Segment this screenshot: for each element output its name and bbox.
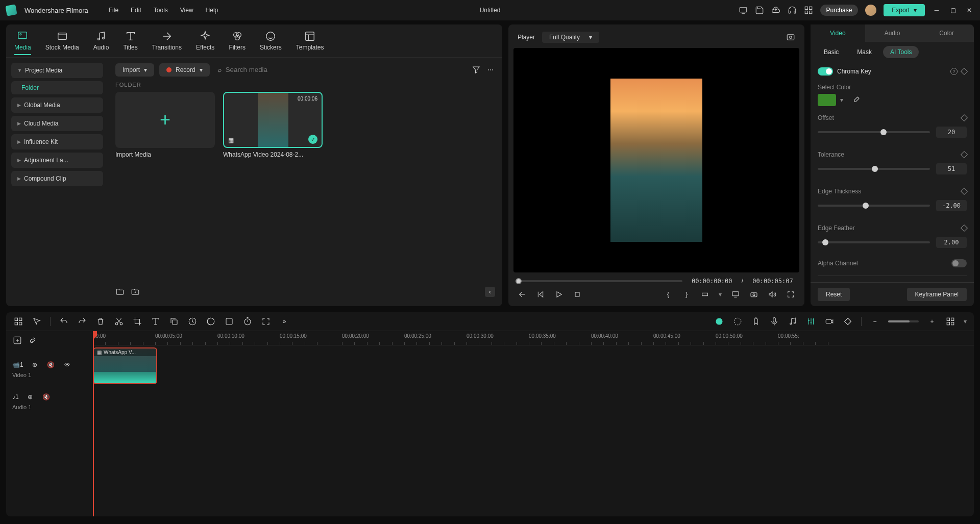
maximize-button[interactable]: ▢ — [948, 6, 958, 15]
sidebar-global-media[interactable]: ▶Global Media — [11, 97, 103, 113]
offset-value[interactable]: 20 — [936, 127, 967, 138]
purchase-button[interactable]: Purchase — [820, 5, 859, 16]
keyframe-diamond[interactable] — [961, 68, 968, 75]
layout-icon[interactable] — [945, 316, 955, 327]
timeline-grid-icon[interactable] — [13, 316, 23, 327]
color-icon[interactable] — [206, 316, 216, 327]
timer-icon[interactable] — [242, 316, 253, 327]
subtab-ai-tools[interactable]: AI Tools — [883, 46, 919, 58]
chroma-key-toggle[interactable] — [818, 67, 833, 76]
visible-icon[interactable]: 👁 — [62, 360, 72, 370]
seek-slider[interactable] — [516, 280, 682, 282]
menu-view[interactable]: View — [180, 7, 193, 14]
microphone-icon[interactable] — [769, 316, 779, 327]
device-icon[interactable] — [739, 6, 748, 15]
menu-edit[interactable]: Edit — [131, 7, 141, 14]
player-viewport[interactable] — [513, 48, 799, 272]
sidebar-project-media[interactable]: ▼Project Media — [11, 63, 103, 78]
subtab-basic[interactable]: Basic — [817, 46, 846, 58]
tab-stock-media[interactable]: Stock Media — [45, 31, 79, 55]
apps-icon[interactable] — [804, 6, 813, 15]
ratio-icon[interactable] — [700, 290, 709, 299]
mute-icon[interactable]: 🔇 — [41, 392, 52, 402]
delete-icon[interactable] — [95, 316, 106, 327]
sidebar-compound-clip[interactable]: ▶Compound Clip — [11, 171, 103, 186]
render-icon[interactable] — [732, 316, 743, 327]
collapse-sidebar-button[interactable]: ‹ — [485, 287, 495, 297]
zoom-in-icon[interactable]: + — [927, 316, 937, 327]
cloud-icon[interactable] — [771, 6, 780, 15]
keyframe-diamond[interactable] — [961, 224, 968, 232]
undo-icon[interactable] — [59, 316, 69, 327]
quality-dropdown[interactable]: Full Quality▾ — [542, 32, 599, 43]
folder-icon[interactable] — [115, 287, 125, 296]
tab-templates[interactable]: Templates — [296, 31, 324, 55]
add-track-icon[interactable] — [12, 335, 22, 345]
tab-stickers[interactable]: Stickers — [260, 31, 282, 55]
tolerance-slider[interactable] — [818, 168, 930, 170]
tolerance-value[interactable]: 51 — [936, 163, 967, 174]
record-dropdown[interactable]: Record▾ — [159, 63, 210, 77]
tab-effects[interactable]: Effects — [196, 31, 214, 55]
marker-icon[interactable] — [751, 316, 761, 327]
subtab-mask[interactable]: Mask — [850, 46, 879, 58]
menu-tools[interactable]: Tools — [154, 7, 168, 14]
user-avatar[interactable] — [865, 5, 876, 16]
media-clip-tile[interactable]: 00:00:06 ▦ ✓ WhatsApp Video 2024-08-2... — [223, 92, 323, 158]
tab-titles[interactable]: Titles — [123, 31, 137, 55]
mute-icon[interactable]: 🔇 — [46, 360, 56, 370]
import-dropdown[interactable]: Import▾ — [115, 63, 154, 77]
camera-icon[interactable] — [749, 290, 758, 299]
play-button[interactable] — [554, 290, 564, 299]
more-tools-icon[interactable]: » — [279, 316, 289, 327]
expand-icon[interactable] — [261, 316, 271, 327]
redo-icon[interactable] — [77, 316, 87, 327]
sidebar-cloud-media[interactable]: ▶Cloud Media — [11, 116, 103, 131]
import-media-tile[interactable]: + Import Media — [115, 92, 215, 158]
sidebar-adjustment-layer[interactable]: ▶Adjustment La... — [11, 153, 103, 168]
timeline-clip[interactable]: ▦WhatsApp V... — [93, 347, 157, 384]
eyedropper-icon[interactable] — [851, 95, 861, 105]
add-icon[interactable]: ⊕ — [30, 360, 40, 370]
prop-tab-video[interactable]: Video — [811, 24, 865, 42]
step-back-button[interactable] — [518, 290, 527, 299]
menu-help[interactable]: Help — [206, 7, 218, 14]
edge-feather-value[interactable]: 2.00 — [936, 237, 967, 248]
chevron-down-icon[interactable]: ▾ — [840, 96, 843, 104]
keyframe-panel-button[interactable]: Keyframe Panel — [907, 288, 967, 301]
help-icon[interactable]: ? — [950, 68, 958, 75]
color-swatch[interactable] — [818, 94, 836, 106]
reset-button[interactable]: Reset — [818, 288, 850, 301]
filter-icon[interactable] — [472, 65, 481, 74]
edge-feather-slider[interactable] — [818, 241, 930, 243]
music-icon[interactable] — [788, 316, 798, 327]
seek-thumb[interactable] — [516, 278, 522, 284]
add-icon[interactable]: ⊕ — [25, 392, 35, 402]
speed-icon[interactable] — [187, 316, 198, 327]
tab-media[interactable]: Media — [14, 31, 31, 55]
mixer-icon[interactable] — [806, 316, 816, 327]
green-screen-icon[interactable] — [224, 316, 234, 327]
menu-file[interactable]: File — [109, 7, 118, 14]
edge-thickness-slider[interactable] — [818, 205, 930, 207]
tab-transitions[interactable]: Transitions — [152, 31, 182, 55]
tab-audio[interactable]: Audio — [93, 31, 109, 55]
snapshot-icon[interactable] — [786, 33, 795, 42]
keyframe-diamond[interactable] — [961, 114, 968, 121]
playhead[interactable] — [93, 331, 94, 516]
chevron-down-icon[interactable]: ▾ — [964, 318, 967, 325]
prop-tab-color[interactable]: Color — [919, 24, 974, 42]
prop-tab-audio[interactable]: Audio — [865, 24, 920, 42]
alpha-toggle[interactable] — [951, 259, 967, 267]
zoom-slider[interactable] — [888, 320, 919, 322]
mark-in-button[interactable]: { — [664, 290, 673, 299]
mark-out-button[interactable]: } — [682, 290, 691, 299]
fullscreen-icon[interactable] — [786, 290, 795, 299]
minimize-button[interactable]: ─ — [932, 6, 941, 15]
more-icon[interactable]: ⋯ — [486, 65, 495, 74]
copy-icon[interactable] — [169, 316, 179, 327]
cursor-icon[interactable] — [32, 316, 42, 327]
stop-button[interactable] — [573, 290, 582, 299]
link-icon[interactable] — [28, 335, 38, 345]
save-icon[interactable] — [755, 6, 764, 15]
